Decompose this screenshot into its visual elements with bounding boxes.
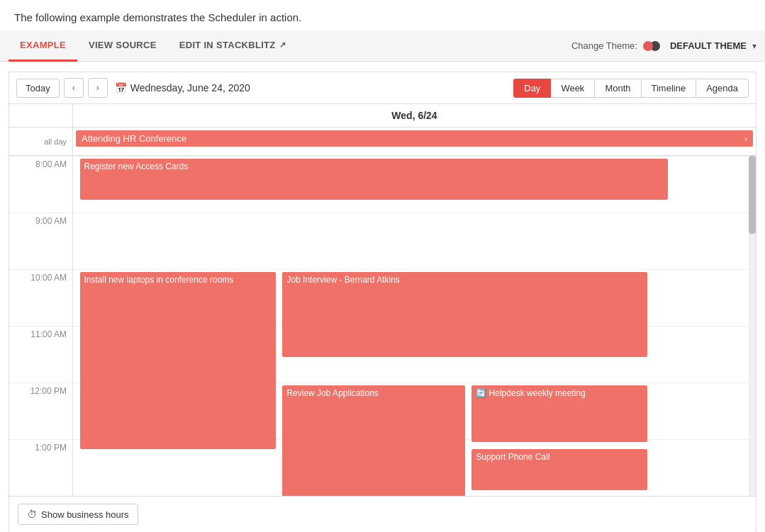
time-slot-9am: 9:00 AM [9,213,72,269]
bg-row-1pm [73,439,749,496]
view-day-button[interactable]: Day [513,79,551,98]
bg-row-12pm [73,383,749,439]
bg-row-11am [73,326,749,383]
theme-section: Change Theme: DEFAULT THEME ▾ [571,40,756,51]
time-labels-column: 8:00 AM 9:00 AM 10:00 AM 11:00 AM 12:00 … [9,156,73,496]
allday-label: all day [9,128,73,155]
tab-edit-stackblitz[interactable]: EDIT IN STACKBLITZ ↗ [168,30,297,62]
dot-red [643,41,653,51]
change-theme-label: Change Theme: [571,40,637,51]
bg-row-8am [73,156,749,213]
calendar-toolbar: Today ‹ › 📅 Wednesday, June 24, 2020 Day… [9,72,756,104]
allday-content: Attending HR Conference › [73,128,756,155]
view-month-button[interactable]: Month [594,79,641,98]
allday-event[interactable]: Attending HR Conference › [76,130,753,147]
time-grid: 8:00 AM 9:00 AM 10:00 AM 11:00 AM 12:00 … [9,156,756,496]
theme-name: DEFAULT THEME [670,40,747,51]
clock-icon: ⏱ [27,509,37,520]
show-hours-label: Show business hours [41,509,129,520]
date-display: Wednesday, June 24, 2020 [130,82,250,94]
tab-edit-stackblitz-label: EDIT IN STACKBLITZ [179,40,276,50]
calendar-icon: 📅 [115,82,127,94]
intro-text: The following example demonstrates the S… [0,0,765,30]
view-week-button[interactable]: Week [550,79,595,98]
time-gutter-header [9,104,73,127]
view-buttons: Day Week Month Timeline Agenda [514,79,749,98]
bg-row-10am [73,269,749,326]
time-slot-12pm: 12:00 PM [9,383,72,439]
time-slot-11am: 11:00 AM [9,326,72,383]
tab-example[interactable]: EXAMPLE [9,30,77,62]
scrollbar-thumb[interactable] [749,156,756,234]
time-slot-10am: 10:00 AM [9,269,72,326]
time-slot-1pm: 1:00 PM [9,439,72,496]
allday-event-arrow-icon: › [744,134,747,144]
theme-chevron-icon[interactable]: ▾ [752,41,756,51]
day-column-header: Wed, 6/24 [9,104,756,128]
view-timeline-button[interactable]: Timeline [641,79,697,98]
calendar-footer: ⏱ Show business hours [9,496,756,532]
time-slot-8am: 8:00 AM [9,156,72,213]
today-button[interactable]: Today [16,79,60,98]
calendar: Today ‹ › 📅 Wednesday, June 24, 2020 Day… [9,72,756,532]
bg-row-9am [73,213,749,269]
scrollbar-track[interactable] [749,156,756,496]
view-agenda-button[interactable]: Agenda [696,79,749,98]
external-link-icon: ↗ [279,40,286,50]
allday-row: all day Attending HR Conference › [9,128,756,156]
allday-event-title: Attending HR Conference [82,133,186,144]
tab-view-source[interactable]: VIEW SOURCE [77,30,168,62]
theme-dots [643,41,660,51]
show-business-hours-button[interactable]: ⏱ Show business hours [18,504,138,525]
day-header: Wed, 6/24 [73,104,756,127]
prev-button[interactable]: ‹ [64,78,84,98]
events-column: Register new Access Cards Install new la… [73,156,749,496]
tab-bar: EXAMPLE VIEW SOURCE EDIT IN STACKBLITZ ↗… [0,30,765,62]
next-button[interactable]: › [88,78,108,98]
time-grid-scroll: 8:00 AM 9:00 AM 10:00 AM 11:00 AM 12:00 … [9,156,756,496]
date-label: 📅 Wednesday, June 24, 2020 [115,82,250,94]
